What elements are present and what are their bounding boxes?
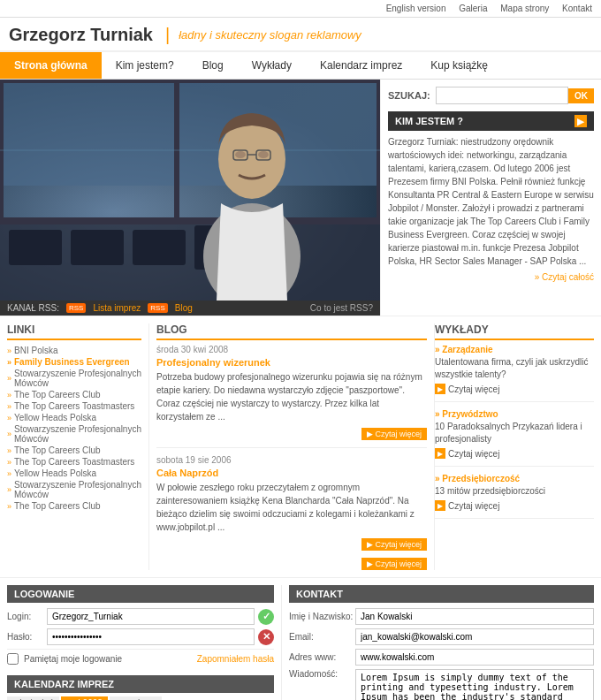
kontakt-email-row: Email: <box>289 628 594 645</box>
rss-link-blog[interactable]: Blog <box>175 303 193 313</box>
rss-link-lista[interactable]: Lista imprez <box>93 303 141 313</box>
nav-item-calendar[interactable]: Kalendarz imprez <box>306 52 416 79</box>
link-item-6: » Stowarzyszenie Profesjonalnych Mówców <box>7 423 141 445</box>
kontakt-message-input[interactable]: Lorem Ipsum is simply dummy text of the … <box>355 669 594 700</box>
main-nav: Strona główna Kim jestem? Blog Wykłady K… <box>0 52 601 80</box>
svg-rect-4 <box>133 230 186 265</box>
blog-readmore-btn-1[interactable]: ▶ Czytaj więcej <box>361 538 427 551</box>
remember-checkbox[interactable] <box>7 653 19 665</box>
rss-info[interactable]: Co to jest RSS? <box>310 303 373 313</box>
blog-post-title-1[interactable]: Cała Naprzód <box>156 468 427 478</box>
kontakt-email-input[interactable] <box>355 628 594 645</box>
kontakt-name-label: Imię i Nazwisko: <box>289 612 355 621</box>
person-figure <box>194 97 309 301</box>
nav-item-book[interactable]: Kup książkę <box>416 52 502 79</box>
blog-post-0: środa 30 kwi 2008 Profesjonalny wizerune… <box>156 345 427 440</box>
search-box: SZUKAJ: OK <box>388 87 594 104</box>
login-title: LOGOWANIE <box>7 585 274 603</box>
link-item-11: » The Top Careers Club <box>7 500 141 512</box>
kontakt-name-input[interactable] <box>355 608 594 625</box>
calendar-section: KALENDARZ IMPREZ « kwiecień maj 2008 cze… <box>7 675 274 700</box>
blog-readmore-btn-0[interactable]: ▶ Czytaj więcej <box>361 428 427 440</box>
link-item-4: » The Top Careers Toastmasters <box>7 400 141 412</box>
nav-item-kim[interactable]: Kim jestem? <box>102 52 188 79</box>
topbar-link-mapa[interactable]: Mapa strony <box>500 4 549 13</box>
header: Grzegorz Turniak | ładny i skuteczny slo… <box>0 18 601 52</box>
link-arrow-icon: » <box>7 402 11 411</box>
top-bar: English version Galeria Mapa strony Kont… <box>0 0 601 18</box>
wykl-arrow-icon: ▶ <box>435 448 445 459</box>
wykl-sub-2: 13 mitów przedsiębiorczości <box>435 485 594 498</box>
link-arrow-icon: » <box>7 469 11 478</box>
calendar-title: KALENDARZ IMPREZ <box>7 675 274 693</box>
topbar-link-galeria[interactable]: Galeria <box>459 4 487 13</box>
link-item-9: » Yellow Heads Polska <box>7 468 141 479</box>
wykl-sub-0: Utalentowana firma, czyli jak uskrzydlić… <box>435 356 594 381</box>
cockpit-svg <box>0 80 380 301</box>
link-item-7: » The Top Careers Club <box>7 445 141 456</box>
login-row: Login: ✓ <box>7 608 274 625</box>
blog-post-title-0[interactable]: Profesjonalny wizerunek <box>156 357 427 368</box>
link-arrow-icon: » <box>7 446 11 455</box>
wykl-item-0: » Zarządzanie Utalentowana firma, czyli … <box>435 345 594 402</box>
link-arrow-icon: » <box>7 374 11 383</box>
topbar-link-english[interactable]: English version <box>386 4 446 13</box>
nav-item-wyklady[interactable]: Wykłady <box>238 52 306 79</box>
right-sidebar: SZUKAJ: OK KIM JESTEM ? ▶ Grzegorz Turni… <box>380 80 601 316</box>
password-input[interactable] <box>47 628 255 645</box>
kontakt-www-input[interactable] <box>355 649 594 666</box>
wykl-title-0[interactable]: » Zarządzanie <box>435 345 594 354</box>
arrow-icon: ▶ <box>367 540 373 549</box>
login-input[interactable] <box>47 608 255 625</box>
site-title: Grzegorz Turniak <box>9 25 153 45</box>
nav-item-home[interactable]: Strona główna <box>0 52 102 79</box>
cal-next-month[interactable]: czerwiec » <box>110 696 162 700</box>
password-row: Hasło: ✕ <box>7 628 274 645</box>
three-col-section: LINKI » BNI Polska » Family Business Eve… <box>0 316 601 577</box>
kim-title-text: KIM JESTEM ? <box>395 116 463 126</box>
wykl-title-1[interactable]: » Przywództwo <box>435 409 594 419</box>
search-input[interactable] <box>436 87 568 104</box>
header-slogan: ładny i skuteczny slogan reklamowy <box>179 28 361 42</box>
wykl-read-2: ▶ Czytaj więcej <box>435 500 594 511</box>
link-arrow-icon: » <box>7 430 11 438</box>
wykl-title-2[interactable]: » Przedsiębiorczość <box>435 474 594 483</box>
link-item-1: » Family Business Evergreen <box>7 356 141 368</box>
contact-column: KONTAKT Imię i Nazwisko: Email: Adres ww… <box>281 585 594 700</box>
blog-post-1: sobota 19 sie 2006 Cała Naprzód W połowi… <box>156 455 427 551</box>
blog-post-text-0: Potrzeba budowy profesjonalnego wizerunk… <box>156 370 427 423</box>
password-clear-icon[interactable]: ✕ <box>258 629 274 645</box>
link-arrow-icon: » <box>7 414 11 422</box>
link-arrow-icon: » <box>7 502 11 511</box>
blog-date-1: sobota 19 sie 2006 <box>156 455 427 465</box>
blog-main-readmore-btn[interactable]: ▶ Czytaj więcej <box>361 558 427 570</box>
nav-item-blog[interactable]: Blog <box>188 52 238 79</box>
cal-current-month[interactable]: maj 2008 <box>61 696 108 700</box>
wykl-sub-1: 10 Paradoksalnych Przykazań lidera i pro… <box>435 421 594 445</box>
kim-title: KIM JESTEM ? ▶ <box>388 111 594 131</box>
link-arrow-icon: » <box>7 391 11 399</box>
link-item-5: » Yellow Heads Polska <box>7 412 141 423</box>
arrow-icon: ▶ <box>367 430 373 438</box>
rss-label: KANAŁ RSS: <box>7 303 59 313</box>
cal-prev-month[interactable]: « kwiecień <box>7 696 59 700</box>
forgot-link[interactable]: Zapomniałem hasła <box>197 654 274 664</box>
blog-title: BLOG <box>156 323 427 340</box>
remember-label: Pamiętaj moje logowanie <box>24 654 122 664</box>
remember-row: Pamiętaj moje logowanie Zapomniałem hasł… <box>7 649 274 668</box>
link-item-3: » The Top Careers Club <box>7 389 141 400</box>
svg-rect-0 <box>0 80 380 186</box>
calendar-months: « kwiecień maj 2008 czerwiec » <box>7 696 274 700</box>
password-label: Hasło: <box>7 632 47 642</box>
link-arrow-icon: » <box>7 485 11 494</box>
wykl-read-1: ▶ Czytaj więcej <box>435 448 594 459</box>
wykl-item-2: » Przedsiębiorczość 13 mitów przedsiębio… <box>435 474 594 519</box>
svg-point-12 <box>258 151 269 158</box>
kim-readmore[interactable]: » Czytaj całość <box>388 272 594 282</box>
search-button[interactable]: OK <box>568 88 594 103</box>
topbar-link-kontakt[interactable]: Kontakt <box>562 4 592 13</box>
login-label: Login: <box>7 612 47 621</box>
kim-arrow-icon: ▶ <box>574 115 587 127</box>
rss-icon2: RSS <box>148 303 167 313</box>
login-ok-icon: ✓ <box>258 609 274 625</box>
